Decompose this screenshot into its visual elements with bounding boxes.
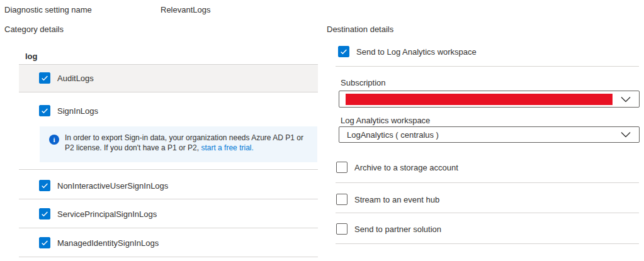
destination-row-event-hub[interactable]: Stream to an event hub [336,194,439,205]
checkbox-stream-event-hub[interactable] [336,194,347,205]
checkmark-icon [40,106,49,115]
subscription-value-redaction [346,94,613,105]
category-row-managedidentitysigninlogs[interactable]: ManagedIdentitySignInLogs [39,237,159,248]
category-row-noninteractiveusersigninlogs[interactable]: NonInteractiveUserSignInLogs [39,180,168,191]
checkbox-auditlogs[interactable] [39,72,50,84]
checkmark-icon [40,181,49,190]
checkbox-serviceprincipalsigninlogs[interactable] [39,208,50,219]
category-label: AuditLogs [57,74,94,83]
diagnostic-setting-name-label: Diagnostic setting name [4,5,92,15]
log-analytics-workspace-label: Log Analytics workspace [341,116,430,126]
checkbox-signinlogs[interactable] [39,105,50,116]
checkbox-send-to-log-analytics[interactable] [338,46,349,57]
category-row-serviceprincipalsigninlogs[interactable]: ServicePrincipalSignInLogs [39,208,157,219]
row-separator [336,182,639,183]
checkbox-managedidentitysigninlogs[interactable] [39,237,50,248]
subscription-dropdown[interactable] [339,91,640,108]
row-separator [336,243,639,244]
row-separator [19,169,318,170]
log-analytics-workspace-dropdown[interactable]: LogAnalytics ( centralus ) [339,126,640,143]
checkmark-icon [40,74,49,82]
destination-label: Stream to an event hub [354,195,439,204]
category-label: ManagedIdentitySignInLogs [57,238,159,248]
signin-export-info-banner: i In order to export Sign-in data, your … [40,126,317,162]
destination-row-storage-account[interactable]: Archive to a storage account [336,162,458,173]
checkbox-send-partner-solution[interactable] [336,223,347,235]
checkmark-icon [40,238,49,247]
workspace-selected-value: LogAnalytics ( centralus ) [347,127,439,142]
row-separator [336,66,639,67]
row-separator [19,257,318,257]
log-column-header: log [25,52,38,61]
subscription-label: Subscription [341,78,386,88]
checkbox-noninteractiveusersigninlogs[interactable] [39,180,50,191]
destination-label: Send to Log Analytics workspace [356,47,477,57]
category-label: ServicePrincipalSignInLogs [57,209,157,219]
category-row-signinlogs[interactable]: SignInLogs [39,105,98,116]
destination-label: Send to partner solution [354,225,441,234]
start-free-trial-link[interactable]: start a free trial. [201,143,253,152]
row-separator [19,228,318,228]
checkmark-icon [339,47,348,56]
category-label: NonInteractiveUserSignInLogs [57,181,168,191]
destination-details-title: Destination details [327,25,393,35]
destination-row-partner-solution[interactable]: Send to partner solution [336,223,441,235]
destination-row-log-analytics[interactable]: Send to Log Analytics workspace [338,46,477,57]
info-message-text: In order to export Sign-in data, your or… [65,133,303,152]
checkbox-archive-storage-account[interactable] [336,162,347,173]
destination-label: Archive to a storage account [354,163,458,172]
category-row-auditlogs[interactable]: AuditLogs [39,72,94,84]
chevron-down-icon [621,96,631,102]
row-separator [19,199,318,199]
category-details-title: Category details [4,25,64,35]
category-label: SignInLogs [57,106,98,116]
chevron-down-icon [621,132,631,138]
row-separator [336,213,639,213]
diagnostic-setting-name-value: RelevantLogs [161,5,211,15]
checkmark-icon [40,209,49,218]
info-icon: i [49,135,59,145]
diagnostic-settings-panel: Diagnostic setting name RelevantLogs Cat… [0,0,644,261]
